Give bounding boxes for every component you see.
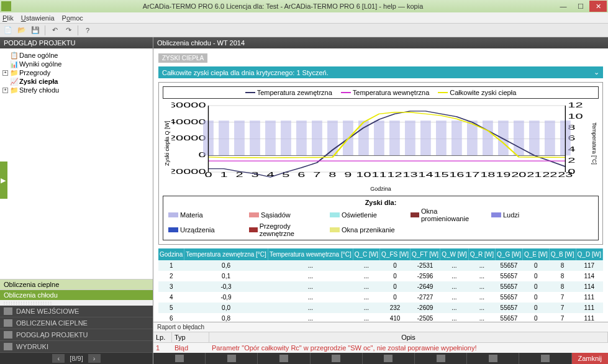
print-icon	[4, 343, 12, 350]
table-row[interactable]: 4-0,9......0-2727......5565707111	[158, 292, 603, 303]
status-seg-7[interactable]	[467, 353, 519, 364]
input-icon	[4, 307, 12, 315]
svg-text:16: 16	[449, 171, 464, 179]
calc-cieplne-button[interactable]: Obliczenia cieplne	[0, 279, 153, 289]
status-icon-1	[175, 355, 184, 362]
tree-item-wyniki-ogolne[interactable]: 📊Wyniki ogólne	[2, 60, 150, 68]
svg-text:10: 10	[568, 112, 583, 121]
collapse-icon[interactable]: ⌄	[594, 68, 599, 76]
status-seg-8[interactable]	[519, 353, 571, 364]
maximize-button[interactable]: ☐	[572, 1, 589, 12]
error-row[interactable]: 1 Błąd Parametr "Opór całkowity Rc" w pr…	[153, 343, 608, 353]
svg-rect-32	[436, 121, 447, 155]
svg-rect-21	[265, 121, 276, 155]
undo-icon[interactable]: ↶	[49, 25, 60, 36]
chart-plot: -200000200004000060000024681012012345678…	[171, 102, 590, 184]
svg-rect-18	[219, 121, 229, 155]
svg-text:18: 18	[480, 171, 495, 179]
status-icon-4	[332, 355, 340, 362]
status-icon-7	[489, 355, 497, 362]
svg-text:6: 6	[297, 171, 305, 179]
side-tab-expand[interactable]: ▶	[0, 162, 7, 199]
svg-text:2: 2	[568, 157, 575, 165]
chart-container: Temperatura zewnętrzna Temperatura wewnę…	[158, 82, 603, 245]
tree-item-dane-ogolne[interactable]: 📋Dane ogólne	[2, 51, 150, 60]
status-seg-6[interactable]	[415, 353, 467, 364]
menu-pomoc[interactable]: Pomoc	[62, 14, 83, 22]
y-axis-left-label: Zyski ciepła Q [W]	[163, 102, 171, 184]
table-row[interactable]: 10,6......0-2531......5565708117	[158, 260, 603, 271]
pager-prev-button[interactable]: ‹	[52, 354, 65, 363]
svg-text:10: 10	[356, 171, 371, 179]
error-report: Raport o błędach Lp. Typ Opis 1 Błąd Par…	[153, 322, 608, 353]
project-tree[interactable]: 📋Dane ogólne 📊Wyniki ogólne +📁Przegrody …	[0, 48, 153, 279]
calc-icon	[4, 319, 12, 327]
svg-rect-29	[389, 121, 400, 155]
chart-legend-top: Temperatura zewnętrzna Temperatura wewnę…	[163, 86, 599, 99]
left-pane-header: PODGLĄD PROJEKTU	[0, 37, 153, 48]
svg-text:17: 17	[465, 171, 479, 179]
status-seg-3[interactable]	[258, 353, 310, 364]
svg-rect-31	[420, 121, 431, 155]
svg-rect-30	[405, 121, 415, 155]
help-icon[interactable]: ?	[82, 25, 93, 36]
nav-wydruki[interactable]: WYDRUKI	[0, 341, 153, 353]
svg-text:13: 13	[402, 171, 417, 179]
svg-rect-24	[312, 121, 322, 155]
status-seg-5[interactable]	[363, 353, 415, 364]
menu-plik[interactable]: Plik	[2, 14, 14, 22]
zamknij-button[interactable]: Zamknij	[572, 353, 609, 364]
svg-text:21: 21	[527, 171, 542, 179]
app-logo	[1, 1, 11, 11]
svg-text:22: 22	[542, 171, 557, 179]
svg-text:-20000: -20000	[171, 168, 206, 176]
pager-next-button[interactable]: ›	[88, 354, 101, 363]
save-icon[interactable]: 💾	[30, 25, 41, 36]
svg-text:40000: 40000	[171, 118, 206, 126]
x-axis-label: Godzina	[163, 186, 599, 192]
svg-rect-39	[545, 121, 555, 155]
svg-rect-28	[374, 121, 384, 155]
svg-text:1: 1	[220, 171, 227, 179]
new-icon[interactable]: 📄	[2, 25, 14, 36]
pager-label: [8/9]	[70, 355, 83, 362]
svg-rect-23	[296, 121, 307, 155]
redo-icon[interactable]: ↷	[63, 25, 74, 36]
tree-item-zyski-ciepla[interactable]: 📈Zyski ciepła	[2, 77, 150, 86]
tree-item-przegrody[interactable]: +📁Przegrody	[2, 68, 150, 77]
preview-icon	[4, 331, 12, 339]
tree-item-strefy-chlodu[interactable]: +📁Strefy chłodu	[2, 86, 150, 94]
open-icon[interactable]: 📂	[16, 25, 27, 36]
table-row[interactable]: 20,1......0-2596......5565708114	[158, 271, 603, 281]
close-button[interactable]: ✕	[589, 1, 607, 12]
menu-ustawienia[interactable]: Ustawienia	[21, 14, 55, 22]
status-seg-4[interactable]	[311, 353, 363, 364]
svg-rect-19	[234, 121, 245, 155]
status-seg-2[interactable]	[206, 353, 258, 364]
window-title: ArCADia-TERMO PRO 6.0 Licencja dla: Test…	[11, 2, 555, 10]
svg-text:20000: 20000	[171, 134, 206, 142]
nav-dane-wejsciowe[interactable]: DANE WEJŚCIOWE	[0, 306, 153, 317]
nav-obliczenia-cieplne[interactable]: OBLICZENIA CIEPLNE	[0, 317, 153, 329]
svg-text:7: 7	[313, 171, 320, 179]
minimize-button[interactable]: —	[555, 1, 572, 12]
svg-text:60000: 60000	[171, 102, 206, 109]
table-row[interactable]: 50,0......232-2609......5565707111	[158, 303, 603, 313]
svg-rect-33	[451, 121, 462, 155]
table-row[interactable]: 3-0,3......0-2649......5565708114	[158, 281, 603, 292]
status-icon-6	[437, 355, 445, 362]
svg-text:15: 15	[433, 171, 448, 179]
status-seg-1[interactable]	[153, 353, 206, 364]
svg-rect-37	[514, 121, 524, 155]
error-report-title: Raport o błędach	[153, 322, 608, 332]
table-row[interactable]: 60,8......410-2505......5565707111	[158, 313, 603, 322]
svg-text:12: 12	[387, 171, 402, 179]
calc-more[interactable]: ::::::::::::::::::::	[0, 300, 153, 306]
status-icon-8	[541, 355, 550, 362]
svg-text:19: 19	[496, 171, 510, 179]
status-icon-3	[279, 355, 288, 362]
calc-chlodu-button[interactable]: Obliczenia chłodu	[0, 289, 153, 300]
nav-podglad-projektu[interactable]: PODGLĄD PROJEKTU	[0, 329, 153, 341]
svg-rect-38	[529, 121, 540, 155]
svg-text:8: 8	[329, 171, 336, 179]
